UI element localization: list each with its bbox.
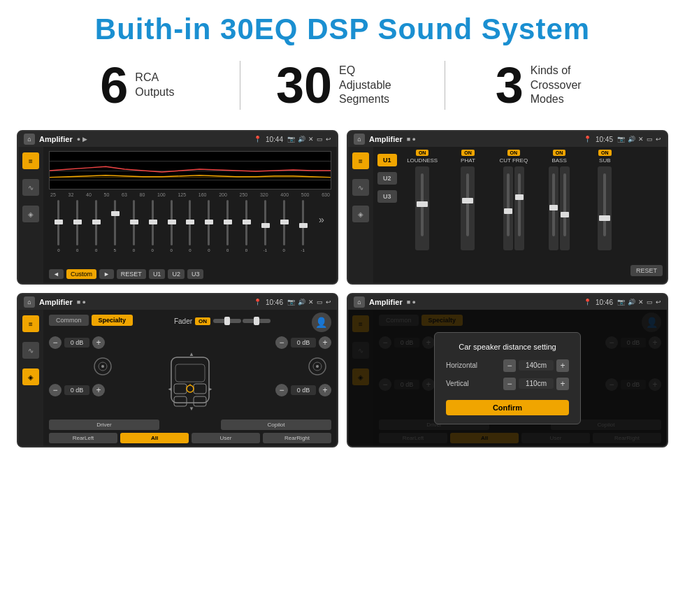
db-row-rr: − 0 dB + — [275, 384, 331, 396]
vertical-plus-button[interactable]: + — [556, 378, 569, 390]
crossover-reset-button[interactable]: RESET — [630, 265, 663, 276]
sidebar-eq-icon[interactable]: ≡ — [22, 152, 39, 169]
tab-common[interactable]: Common — [49, 315, 89, 326]
car-svg: ▲ ▼ ◄ ► — [166, 343, 215, 413]
eq-slider-12[interactable]: 0 — [275, 200, 292, 266]
eq-slider-5[interactable]: 0 — [144, 200, 161, 266]
all-button[interactable]: All — [120, 433, 189, 443]
stat-divider-1 — [240, 61, 240, 110]
eq-slider-7[interactable]: 0 — [182, 200, 199, 266]
eq-slider-13[interactable]: -1 — [294, 200, 311, 266]
db-row-rl: − 0 dB + — [49, 384, 157, 396]
horizontal-minus-button[interactable]: − — [503, 359, 516, 372]
horizontal-label: Horizontal — [446, 361, 477, 369]
sidebar-wave2-icon[interactable]: ∿ — [352, 179, 369, 196]
eq-slider-6[interactable]: 0 — [163, 200, 180, 266]
home-icon-4[interactable]: ⌂ — [354, 296, 365, 308]
svg-point-9 — [187, 385, 194, 392]
db-plus-fr[interactable]: + — [319, 336, 331, 349]
phat-slider[interactable] — [461, 166, 475, 250]
eq-slider-8[interactable]: 0 — [201, 200, 217, 266]
db-minus-rr[interactable]: − — [275, 384, 288, 396]
sidebar-speaker2-icon[interactable]: ◈ — [352, 206, 369, 222]
vertical-label: Vertical — [446, 380, 469, 387]
channel-loudness: ON LOUDNESS — [401, 150, 444, 280]
u1-button[interactable]: U1 — [377, 154, 397, 166]
vertical-control: − 110cm + — [503, 378, 569, 390]
svg-point-2 — [101, 365, 104, 368]
sidebar-eq2-icon[interactable]: ≡ — [352, 152, 369, 169]
page-title: Buith-in 30EQ DSP Sound System — [14, 13, 671, 46]
sidebar-speaker-icon[interactable]: ◈ — [22, 206, 39, 222]
db-minus-rl[interactable]: − — [49, 384, 62, 396]
status-icons-3: 📷 🔊 ✕ ▭ ↩ — [287, 299, 331, 306]
sidebar-2: ≡ ∿ ◈ — [348, 147, 373, 283]
eq-slider-11[interactable]: -1 — [257, 200, 273, 266]
eq-slider-9[interactable]: 0 — [219, 200, 236, 266]
right-speakers: − 0 dB + − — [224, 336, 331, 420]
u2-button[interactable]: U2 — [377, 172, 397, 185]
cutfreq-slider-g[interactable] — [514, 166, 524, 250]
user-button[interactable]: User — [192, 433, 260, 443]
fader-tabs: Common Specialty — [49, 315, 133, 326]
home-icon-1[interactable]: ⌂ — [24, 134, 35, 145]
app-name-3: Amplifier — [39, 298, 73, 306]
app-name-4: Amplifier — [369, 298, 403, 306]
sidebar-eq3-icon[interactable]: ≡ — [22, 315, 39, 332]
eq-slider-0[interactable]: 0 — [50, 200, 67, 266]
status-icons-2: 📷 🔊 ✕ ▭ ↩ — [617, 136, 661, 143]
sidebar-speaker3-icon[interactable]: ◈ — [22, 368, 39, 385]
eq-u2-button[interactable]: U2 — [168, 269, 185, 279]
bass-slider-g[interactable] — [560, 166, 570, 250]
stat-rca: 6 RCAOutputs — [42, 60, 233, 110]
db-minus-fl[interactable]: − — [49, 336, 62, 349]
u3-button[interactable]: U3 — [377, 190, 397, 203]
eq-slider-4[interactable]: 0 — [125, 200, 142, 266]
rearright-button[interactable]: RearRight — [263, 433, 331, 443]
time-1: 10:44 — [266, 136, 283, 143]
stat-number-rca: 6 — [100, 60, 128, 110]
eq-slider-10[interactable]: 0 — [238, 200, 255, 266]
driver-button[interactable]: Driver — [49, 420, 159, 430]
eq-prev-button[interactable]: ◄ — [49, 269, 64, 279]
eq-slider-3[interactable]: 5 — [107, 200, 124, 266]
horizontal-control: − 140cm + — [503, 359, 569, 372]
confirm-button[interactable]: Confirm — [446, 400, 569, 415]
u-buttons: U1 U2 U3 — [377, 150, 397, 280]
vertical-minus-button[interactable]: − — [503, 378, 516, 390]
db-minus-fr[interactable]: − — [275, 336, 288, 349]
sub-slider[interactable] — [598, 166, 612, 250]
fader-body: − 0 dB + − — [49, 336, 331, 420]
sidebar-wave3-icon[interactable]: ∿ — [22, 342, 39, 359]
eq-custom-button[interactable]: Custom — [66, 269, 96, 279]
channel-phat: ON PHAT — [447, 150, 489, 280]
stat-number-crossover: 3 — [496, 60, 524, 110]
horizontal-plus-button[interactable]: + — [556, 359, 569, 372]
tab-specialty[interactable]: Specialty — [92, 315, 134, 326]
channel-cutfreq: ON CUT FREQ — [492, 150, 535, 280]
db-plus-rl[interactable]: + — [92, 384, 105, 396]
db-plus-fl[interactable]: + — [92, 336, 105, 349]
eq-slider-1[interactable]: 0 — [69, 200, 86, 266]
copilot-button[interactable]: Copilot — [221, 420, 331, 430]
eq-next-button[interactable]: ► — [99, 269, 114, 279]
eq-slider-expand[interactable]: » — [313, 200, 330, 266]
channel-sub: ON SUB — [584, 150, 626, 280]
db-plus-rr[interactable]: + — [319, 384, 331, 396]
svg-rect-4 — [175, 364, 205, 382]
eq-u3-button[interactable]: U3 — [187, 269, 204, 279]
stat-divider-2 — [445, 61, 445, 110]
bottom-buttons-3b: RearLeft All User RearRight — [49, 433, 331, 443]
eq-u1-button[interactable]: U1 — [149, 269, 166, 279]
eq-slider-2[interactable]: 0 — [88, 200, 105, 266]
cutfreq-slider-f[interactable] — [503, 166, 513, 250]
fader-label: Fader — [174, 317, 192, 325]
loudness-slider[interactable] — [415, 166, 429, 250]
bass-slider-f[interactable] — [549, 166, 558, 250]
home-icon-2[interactable]: ⌂ — [354, 134, 365, 145]
home-icon-3[interactable]: ⌂ — [24, 296, 35, 308]
sidebar-wave-icon[interactable]: ∿ — [22, 179, 39, 196]
rearleft-button[interactable]: RearLeft — [49, 433, 117, 443]
eq-reset-button[interactable]: RESET — [117, 269, 146, 279]
db-row-fl: − 0 dB + — [49, 336, 157, 349]
